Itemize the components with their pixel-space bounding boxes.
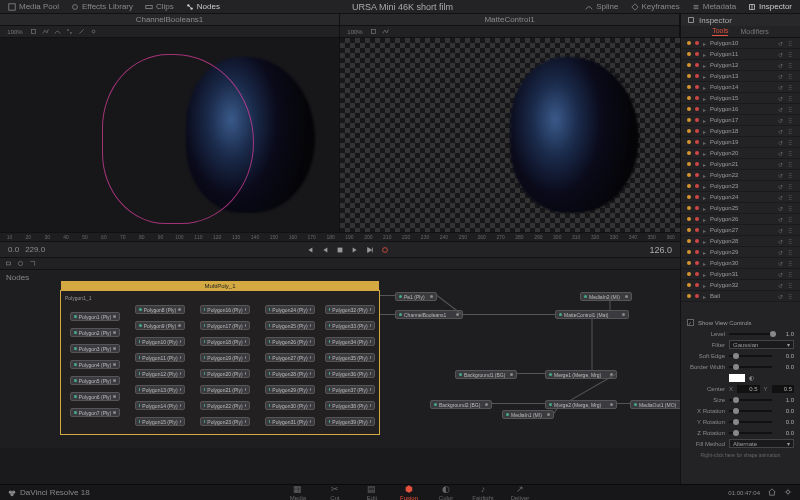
node-polygon[interactable]: Polygon36 (Ply) bbox=[325, 369, 375, 378]
yrot-value[interactable]: 0.0 bbox=[776, 419, 794, 425]
node-polygon[interactable]: Polygon21 (Ply) bbox=[200, 385, 250, 394]
expand-caret-icon[interactable]: ▸ bbox=[703, 260, 706, 267]
options-icon[interactable]: ⠿ bbox=[788, 62, 794, 68]
expand-caret-icon[interactable]: ▸ bbox=[703, 150, 706, 157]
reset-icon[interactable]: ↺ bbox=[778, 293, 784, 299]
node-polygon[interactable]: Polygon35 (Ply) bbox=[325, 353, 375, 362]
play-button[interactable] bbox=[350, 245, 360, 255]
borderwidth-slider[interactable] bbox=[729, 366, 772, 368]
polyline-tool-icon[interactable] bbox=[41, 27, 50, 36]
node-polygon[interactable]: Polygon27 (Ply) bbox=[265, 353, 315, 362]
expand-caret-icon[interactable]: ▸ bbox=[703, 205, 706, 212]
reset-icon[interactable]: ↺ bbox=[778, 227, 784, 233]
expand-caret-icon[interactable]: ▸ bbox=[703, 249, 706, 256]
spline-toggle[interactable]: Spline bbox=[585, 2, 618, 11]
options-icon[interactable]: ⠿ bbox=[788, 73, 794, 79]
effects-library-toggle[interactable]: Effects Library bbox=[71, 2, 133, 11]
expand-caret-icon[interactable]: ▸ bbox=[703, 172, 706, 179]
keyframe-dot-icon[interactable] bbox=[687, 52, 691, 56]
keyframe-dot-icon[interactable] bbox=[687, 283, 691, 287]
timeline-ruler[interactable]: 1020304050607080901001101201301401501601… bbox=[0, 232, 680, 242]
node-tool[interactable]: ChannelBooleans1 bbox=[395, 310, 463, 319]
polygon-list-row[interactable]: ▸ Polygon21 ↺ ⠿ bbox=[681, 159, 800, 170]
reset-icon[interactable]: ↺ bbox=[778, 194, 784, 200]
wand-tool-icon[interactable] bbox=[77, 27, 86, 36]
node-polygon[interactable]: Polygon32 (Ply) bbox=[325, 305, 375, 314]
node-polygon[interactable]: Polygon15 (Ply) bbox=[135, 417, 185, 426]
node-polygon[interactable]: Polygon13 (Ply) bbox=[135, 385, 185, 394]
enable-dot-icon[interactable] bbox=[695, 173, 699, 177]
enable-dot-icon[interactable] bbox=[695, 261, 699, 265]
zoom-value-r[interactable]: 100% bbox=[344, 27, 366, 36]
options-icon[interactable]: ⠿ bbox=[788, 271, 794, 277]
node-polygon[interactable]: Polygon19 (Ply) bbox=[200, 353, 250, 362]
expand-caret-icon[interactable]: ▸ bbox=[703, 84, 706, 91]
expand-caret-icon[interactable]: ▸ bbox=[703, 161, 706, 168]
options-icon[interactable]: ⠿ bbox=[788, 84, 794, 90]
node-polygon[interactable]: Polygon11 (Ply) bbox=[135, 353, 185, 362]
enable-dot-icon[interactable] bbox=[695, 217, 699, 221]
play-reverse-button[interactable] bbox=[320, 245, 330, 255]
polygon-list-row[interactable]: ▸ Polygon27 ↺ ⠿ bbox=[681, 225, 800, 236]
bitmap-tool-icon[interactable] bbox=[65, 27, 74, 36]
reset-icon[interactable]: ↺ bbox=[778, 84, 784, 90]
options-icon[interactable]: ⠿ bbox=[788, 282, 794, 288]
polygon-list-row[interactable]: ▸ Polygon16 ↺ ⠿ bbox=[681, 104, 800, 115]
enable-dot-icon[interactable] bbox=[695, 52, 699, 56]
fillmethod-dropdown[interactable]: Alternate▾ bbox=[729, 439, 794, 448]
enable-dot-icon[interactable] bbox=[695, 250, 699, 254]
center-x[interactable]: 0.5 bbox=[737, 385, 759, 393]
reset-icon[interactable]: ↺ bbox=[778, 139, 784, 145]
reset-icon[interactable]: ↺ bbox=[778, 51, 784, 57]
enable-dot-icon[interactable] bbox=[695, 96, 699, 100]
reset-icon[interactable]: ↺ bbox=[778, 238, 784, 244]
keyframe-dot-icon[interactable] bbox=[687, 250, 691, 254]
polyline-tool-icon-r[interactable] bbox=[381, 27, 390, 36]
expand-caret-icon[interactable]: ▸ bbox=[703, 73, 706, 80]
polygon-list-row[interactable]: ▸ Polygon32 ↺ ⠿ bbox=[681, 280, 800, 291]
enable-dot-icon[interactable] bbox=[695, 107, 699, 111]
range-start[interactable]: 0.0 bbox=[8, 245, 19, 254]
enable-dot-icon[interactable] bbox=[695, 140, 699, 144]
expand-caret-icon[interactable]: ▸ bbox=[703, 271, 706, 278]
node-tool-1[interactable] bbox=[4, 259, 13, 268]
clips-toggle[interactable]: Clips bbox=[145, 2, 174, 11]
options-icon[interactable]: ⠿ bbox=[788, 128, 794, 134]
node-tool[interactable]: Background2 (BG) bbox=[430, 400, 492, 409]
bspline-tool-icon[interactable] bbox=[53, 27, 62, 36]
zrot-value[interactable]: 0.0 bbox=[776, 430, 794, 436]
range-end[interactable]: 126.0 bbox=[649, 245, 672, 255]
enable-dot-icon[interactable] bbox=[695, 272, 699, 276]
last-frame-button[interactable] bbox=[365, 245, 375, 255]
options-icon[interactable]: ⠿ bbox=[788, 216, 794, 222]
enable-dot-icon[interactable] bbox=[695, 206, 699, 210]
node-tool[interactable]: MediaIn2 (MI) bbox=[580, 292, 632, 301]
keyframe-dot-icon[interactable] bbox=[687, 272, 691, 276]
node-polygon[interactable]: Polygon6 (Ply) bbox=[70, 392, 120, 401]
expand-caret-icon[interactable]: ▸ bbox=[703, 106, 706, 113]
zoom-value[interactable]: 100% bbox=[4, 27, 26, 36]
polygon-list-row[interactable]: ▸ Polygon13 ↺ ⠿ bbox=[681, 71, 800, 82]
keyframe-dot-icon[interactable] bbox=[687, 129, 691, 133]
reset-icon[interactable]: ↺ bbox=[778, 95, 784, 101]
node-tool[interactable]: MediaIn1 (MI) bbox=[502, 410, 554, 419]
node-polygon[interactable]: Polygon38 (Ply) bbox=[325, 401, 375, 410]
enable-dot-icon[interactable] bbox=[695, 129, 699, 133]
expand-caret-icon[interactable]: ▸ bbox=[703, 40, 706, 47]
page-color[interactable]: ◐Color bbox=[429, 484, 463, 500]
polygon-list-row[interactable]: ▸ Polygon31 ↺ ⠿ bbox=[681, 269, 800, 280]
keyframe-dot-icon[interactable] bbox=[687, 85, 691, 89]
enable-dot-icon[interactable] bbox=[695, 294, 699, 298]
fit-icon[interactable] bbox=[29, 27, 38, 36]
zrot-slider[interactable] bbox=[729, 432, 772, 434]
xrot-value[interactable]: 0.0 bbox=[776, 408, 794, 414]
node-polygon[interactable]: Polygon23 (Ply) bbox=[200, 417, 250, 426]
expand-caret-icon[interactable]: ▸ bbox=[703, 194, 706, 201]
media-pool-toggle[interactable]: Media Pool bbox=[8, 2, 59, 11]
options-icon[interactable]: ⠿ bbox=[788, 249, 794, 255]
enable-dot-icon[interactable] bbox=[695, 118, 699, 122]
node-polygon[interactable]: Polygon31 (Ply) bbox=[265, 417, 315, 426]
home-icon[interactable] bbox=[768, 488, 776, 497]
polygon-list-row[interactable]: ▸ Polygon29 ↺ ⠿ bbox=[681, 247, 800, 258]
nodes-toggle[interactable]: Nodes bbox=[186, 2, 220, 11]
